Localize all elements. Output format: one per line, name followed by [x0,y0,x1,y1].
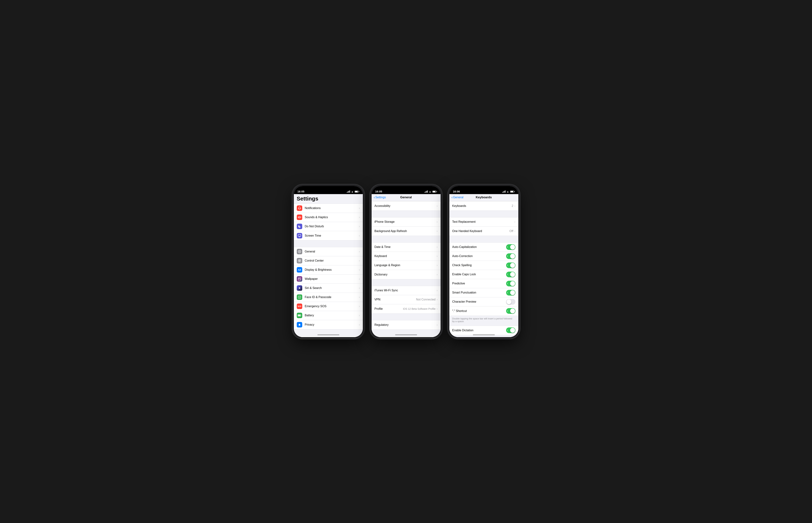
dnd-icon [297,224,302,229]
accessibility-label: Accessibility [374,204,437,208]
dictation-label: Enable Dictation [452,329,506,332]
auto-correct-toggle[interactable]: I [506,253,515,259]
auto-cap-toggle[interactable]: I [506,244,515,250]
char-preview-label: Character Preview [452,300,506,303]
battery-body-1 [355,191,359,193]
wallpaper-icon [297,276,302,282]
gap-g3 [372,279,441,286]
sounds-icon [297,215,302,220]
smart-punctuation-toggle[interactable]: I [506,290,515,295]
general-icon [297,249,302,254]
caps-lock-label: Enable Caps Lock [452,273,506,276]
kb-group-4: Enable Dictation I [449,326,518,335]
list-item-reset[interactable]: Reset › [372,336,441,337]
nav-bar-3: ‹ General Keyboards [449,194,518,201]
list-item-display[interactable]: AA Display & Brightness › [294,266,363,274]
list-item-vpn[interactable]: VPN Not Connected › [372,295,441,304]
controlcenter-chevron: › [359,259,360,262]
screentime-icon [297,233,302,238]
notch-2 [392,186,420,192]
list-item-check-spelling[interactable]: Check Spelling I [449,261,518,270]
list-item-iphone-storage[interactable]: iPhone Storage › [372,217,441,227]
predictive-toggle[interactable]: I [506,281,515,286]
gap-kb1 [449,211,518,217]
list-item-screentime[interactable]: Screen Time › [294,231,363,240]
list-item-sounds[interactable]: Sounds & Haptics › [294,213,363,222]
list-item-siri[interactable]: Siri & Search › [294,284,363,293]
screentime-label: Screen Time [305,234,359,237]
list-item-dictionary[interactable]: Dictionary › [372,270,441,279]
battery-icon-1 [355,191,359,193]
kb-group-2: Text Replacement › One Handed Keyboard O… [449,217,518,236]
settings-list[interactable]: Notifications › Sounds & Haptics › [294,203,363,337]
back-chevron-3: ‹ [452,195,453,199]
text-replacement-label: Text Replacement [452,220,514,223]
back-label-3: General [453,196,463,199]
list-item-caps-lock[interactable]: Enable Caps Lock I [449,270,518,279]
general-group-1: Accessibility › [372,201,441,211]
check-spelling-toggle[interactable]: I [506,263,515,268]
signal-bar-3 [349,191,349,193]
list-item-wallpaper[interactable]: Wallpaper › [294,274,363,284]
about-dictation-link[interactable]: About Dictation and Privacy... [449,335,518,337]
display-label: Display & Brightness [305,268,359,271]
list-item-language[interactable]: Language & Region › [372,261,441,270]
svg-point-14 [300,297,300,297]
list-item-faceid[interactable]: Face ID & Passcode › [294,293,363,302]
smart-punctuation-label: Smart Punctuation [452,291,506,294]
list-item-auto-correct[interactable]: Auto-Correction I [449,252,518,261]
list-item-keyboard[interactable]: Keyboard › [372,252,441,261]
list-item-battery[interactable]: Battery › [294,311,363,320]
settings-title: Settings [297,196,318,202]
back-button-2[interactable]: ‹ Settings [374,196,386,199]
battery-tip-1 [359,191,359,192]
status-bar-3: 16:06 ▲ [449,186,518,194]
list-item-notifications[interactable]: Notifications › [294,204,363,213]
back-button-3[interactable]: ‹ General [452,196,463,199]
display-icon: AA [297,267,302,272]
list-item-regulatory[interactable]: Regulatory › [372,320,441,329]
screen-2: ‹ Settings General Accessibility › [372,194,441,337]
one-handed-label: One Handed Keyboard [452,230,510,233]
list-item-itunes-wifi[interactable]: iTunes Wi-Fi Sync › [372,286,441,295]
list-item-auto-cap[interactable]: Auto-Capitalization I [449,242,518,252]
list-item-dictation[interactable]: Enable Dictation I [449,326,518,335]
list-item-controlcenter[interactable]: Control Center › [294,256,363,266]
list-item-text-replacement[interactable]: Text Replacement › [449,217,518,227]
list-item-background-refresh[interactable]: Background App Refresh › [372,227,441,236]
list-item-dnd[interactable]: Do Not Disturb › [294,222,363,231]
list-item-datetime[interactable]: Date & Time › [372,242,441,252]
list-item-period-shortcut[interactable]: "." Shortcut I [449,306,518,315]
wallpaper-label: Wallpaper [305,277,359,281]
list-item-general[interactable]: General › [294,247,363,256]
list-item-appstore[interactable]: iTunes & App Store › [294,336,363,337]
keyboards-label: Keyboards [452,204,512,208]
kb-group-1: Keyboards 2 › [449,201,518,211]
list-item-profile[interactable]: Profile iOS 12 Beta Software Profile › [372,304,441,313]
display-chevron: › [359,268,360,271]
list-item-keyboards[interactable]: Keyboards 2 › [449,201,518,211]
list-item-predictive[interactable]: Predictive I [449,279,518,288]
dictation-toggle[interactable]: I [506,327,515,333]
list-item-char-preview[interactable]: Character Preview [449,297,518,306]
battery-fill-1 [355,191,358,192]
list-item-privacy[interactable]: Privacy › [294,320,363,329]
list-item-accessibility[interactable]: Accessibility › [372,201,441,211]
vpn-value: Not Connected [416,298,436,301]
general-list[interactable]: Accessibility › iPhone Storage › Backgro… [372,201,441,337]
char-preview-toggle[interactable] [506,299,515,305]
list-item-one-handed[interactable]: One Handed Keyboard Off › [449,227,518,236]
kb-group-3: Auto-Capitalization I Auto-Correction I [449,242,518,316]
svg-rect-1 [298,234,301,236]
svg-point-4 [299,251,300,252]
wifi-icon-1: ▲ [351,190,354,193]
period-shortcut-toggle[interactable]: I [506,308,515,314]
screentime-chevron: › [359,234,360,237]
general-group-5: Regulatory › [372,320,441,330]
home-indicator-1 [317,335,339,335]
keyboards-list[interactable]: Keyboards 2 › Text Replacement › O [449,201,518,337]
check-spelling-label: Check Spelling [452,264,506,267]
list-item-smart-punctuation[interactable]: Smart Punctuation I [449,288,518,297]
caps-lock-toggle[interactable]: I [506,272,515,277]
list-item-sos[interactable]: SOS Emergency SOS › [294,302,363,311]
